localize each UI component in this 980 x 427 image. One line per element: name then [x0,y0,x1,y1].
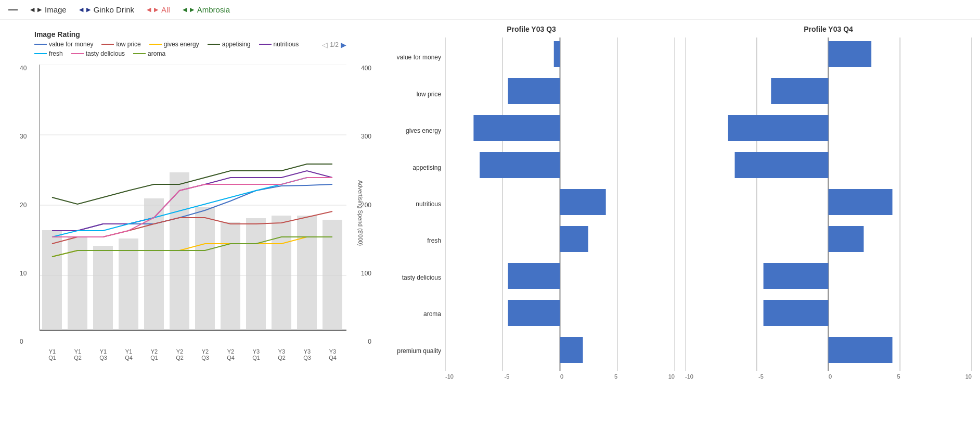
x-label-y2q4: Y2Q4 [218,348,243,361]
advert-spend-label: Advertising Spend ($'000) [357,180,364,245]
x-label-y2q3: Y2Q3 [192,348,218,361]
image-prev-arrow[interactable]: ◀ [30,6,34,13]
legend-appetising: appetising [208,41,251,48]
svg-rect-46 [829,337,893,363]
right-panel: Profile Y03 Q3 value for money low price… [388,25,972,417]
profile-q4-svg [685,37,972,371]
ginko-next-arrow[interactable]: ▶ [86,6,91,13]
legend-line-blue [34,44,47,45]
minus-button[interactable]: — [8,4,18,15]
legend-label-nutritious: nutritious [274,41,299,48]
svg-rect-15 [246,218,266,330]
svg-rect-41 [735,152,829,178]
legend-label-appetising: appetising [222,41,251,48]
profile-q4-x-labels: -10 -5 0 5 10 [685,373,972,380]
legend-label-low-price: low price [116,41,140,48]
x-label-y3q1: Y3Q1 [243,348,269,361]
top-navigation: — ◀ ▶ Image ◀ ▶ Ginko Drink ◀ ▶ All ◀ ▶ … [0,0,980,20]
legend-fresh: fresh [34,50,63,57]
x-label-y1q3: Y1Q3 [91,348,116,361]
x-label-y1q2: Y1Q2 [65,348,91,361]
profile-q3-svg [445,37,675,371]
page-next-icon[interactable]: ▶ [341,41,346,49]
x-label-y1q4: Y1Q4 [116,348,141,361]
svg-rect-12 [170,172,189,330]
profile-q4-title: Profile Y03 Q4 [685,25,972,33]
profile-q4-chart: Profile Y03 Q4 [685,25,972,417]
x-label-y2q2: Y2Q2 [167,348,192,361]
legend-value-for-money: value for money [34,41,93,48]
all-nav-label: All [161,5,170,14]
x-axis-labels: Y1Q1 Y1Q2 Y1Q3 Y1Q4 Y2Q1 Y2Q2 Y2Q3 Y2Q4 … [40,348,346,361]
x-label-y3q2: Y3Q2 [269,348,294,361]
ginko-nav-label: Ginko Drink [94,5,134,14]
all-prev-arrow[interactable]: ◀ [147,6,151,13]
image-nav-group: ◀ ▶ Image [30,5,67,14]
legend-line-cyan [34,53,47,54]
legend-line-yellow [149,44,162,45]
svg-rect-17 [297,216,317,330]
legend-label-aroma: aroma [148,50,165,57]
legend-low-price: low price [101,41,140,48]
legend-line-pink [71,53,84,54]
legend-aroma: aroma [133,50,165,57]
svg-rect-14 [221,222,240,330]
svg-rect-38 [829,41,872,67]
ginko-nav-group: ◀ ▶ Ginko Drink [79,5,134,14]
ambrosia-nav-group: ◀ ▶ Ambrosia [183,5,230,14]
svg-rect-7 [42,230,62,330]
svg-rect-31 [508,300,560,326]
legend-line-red [101,44,114,45]
svg-rect-26 [473,115,560,141]
x-label-y2q1: Y2Q1 [141,348,167,361]
profile-q3-title: Profile Y03 Q3 [388,25,675,33]
main-content: Image Rating value for money low price g… [0,20,980,422]
image-nav-label: Image [45,5,67,14]
all-nav-group: ◀ ▶ All [147,5,170,14]
legend-area: value for money low price gives energy a… [34,41,322,57]
page-indicator: 1/2 [330,41,339,48]
svg-rect-29 [560,226,588,252]
ginko-prev-arrow[interactable]: ◀ [79,6,83,13]
svg-rect-27 [480,152,560,178]
x-label-y1q1: Y1Q1 [40,348,65,361]
legend-label-gives-energy: gives energy [164,41,199,48]
svg-rect-43 [829,226,864,252]
legend-label-value-for-money: value for money [49,41,93,48]
legend-line-dark-green [208,44,220,45]
svg-rect-10 [119,238,138,330]
ambrosia-nav-label: Ambrosia [197,5,230,14]
chart-title: Image Rating [34,30,346,39]
svg-rect-28 [560,189,606,215]
image-next-arrow[interactable]: ▶ [37,6,42,13]
legend-line-purple [259,44,272,45]
svg-rect-13 [195,207,215,330]
svg-rect-24 [554,41,560,67]
all-next-arrow[interactable]: ▶ [154,6,158,13]
legend-nutritious: nutritious [259,41,299,48]
legend-label-tasty-delicious: tasty delicious [86,50,125,57]
svg-rect-16 [272,216,291,330]
page-prev-icon[interactable]: ◁ [322,41,328,49]
svg-rect-40 [728,115,829,141]
legend-line-olive [133,53,146,54]
ambrosia-prev-arrow[interactable]: ◀ [183,6,187,13]
profile-q3-x-labels: -10 -5 0 5 10 [445,373,675,380]
svg-rect-44 [764,263,829,289]
svg-rect-30 [508,263,560,289]
image-rating-panel: Image Rating value for money low price g… [8,25,378,417]
profile-q3-y-labels: value for money low price gives energy a… [388,37,445,371]
svg-rect-39 [771,78,828,104]
profile-q3-chart: Profile Y03 Q3 value for money low price… [388,25,675,417]
svg-rect-9 [93,246,113,330]
svg-rect-32 [560,337,583,363]
line-chart-svg [40,65,346,346]
svg-rect-42 [829,189,893,215]
legend-label-fresh: fresh [49,50,63,57]
ambrosia-next-arrow[interactable]: ▶ [190,6,194,13]
svg-rect-45 [764,300,829,326]
svg-rect-18 [323,220,342,330]
x-label-y3q3: Y3Q3 [294,348,320,361]
y-axis-left: 40 30 20 10 0 [20,65,27,345]
x-label-y3q4: Y3Q4 [320,348,345,361]
